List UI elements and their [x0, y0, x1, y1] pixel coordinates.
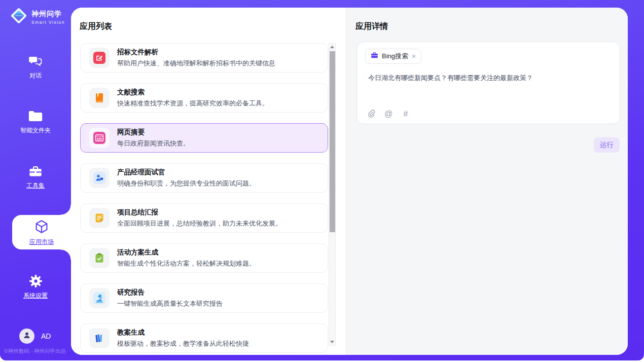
app-card-desc: 模板驱动，教案秒成，教学准备从此轻松快捷 — [117, 339, 249, 348]
app-card-event-plan[interactable]: 活动方案生成 智能生成个性化活动方案，轻松解决规划难题。 — [80, 243, 328, 273]
app-card-desc: 每日政府新闻资讯快查。 — [117, 139, 190, 148]
app-frame: 神州问学 Smart Vision 对话 智能文件夹 — [0, 0, 644, 360]
book-icon — [89, 88, 110, 108]
clipboard-check-icon — [89, 248, 110, 268]
sidebar-item-smart-folder[interactable]: 智能文件夹 — [0, 110, 71, 135]
app-card-literature-search[interactable]: 文献搜索 快速精准查找学术资源，提高研究效率的必备工具。 — [80, 83, 328, 113]
user-initials: AD — [41, 332, 51, 340]
sidebar-item-chat[interactable]: 对话 — [0, 55, 71, 80]
app-card-title: 教案生成 — [117, 328, 249, 337]
interviewer-icon — [89, 168, 110, 188]
app-detail-panel: 应用详情 Bing搜索 × 今日湖北有哪些新闻要点？有哪些需要关注的最新政策？ — [346, 8, 628, 355]
copyright-footer: ©神州数码 · 神州问学出品 — [4, 348, 66, 355]
app-card-project-summary[interactable]: 项目总结汇报 全面回顾项目进展，总结经验教训，助力未来优化发展。 — [80, 203, 328, 233]
hash-icon[interactable]: # — [401, 109, 411, 119]
user-account[interactable]: AD — [19, 329, 51, 344]
app-card-title: 网页摘要 — [117, 128, 190, 137]
app-card-pm-interviewer[interactable]: 产品经理面试官 明确身份和职责，为您提供专业性的面试问题。 — [80, 163, 328, 193]
active-tab-notch-bottom — [61, 249, 71, 260]
app-card-title: 项目总结汇报 — [117, 208, 282, 217]
cube-icon — [34, 227, 49, 236]
logo-title: 神州问学 — [31, 10, 62, 18]
app-list-title: 应用列表 — [80, 21, 112, 32]
prompt-toolbar: @ # — [366, 109, 411, 119]
scrollbar[interactable] — [329, 43, 336, 346]
gem-logo-icon — [9, 6, 28, 27]
main-content: 应用列表 招标文件解析 帮助用户快速、准确地理解和解析招标书中的关键信息 — [71, 8, 628, 355]
at-icon[interactable]: @ — [383, 109, 393, 119]
scroll-up-icon[interactable] — [329, 44, 335, 50]
paperclip-icon[interactable] — [366, 109, 376, 119]
toolbox-icon — [0, 165, 71, 178]
folder-icon — [0, 110, 71, 123]
sidebar-item-toolset[interactable]: 工具集 — [0, 165, 71, 190]
active-tab-notch-top — [61, 205, 71, 215]
sidebar-item-label: 应用市场 — [12, 238, 71, 246]
prompt-card: Bing搜索 × 今日湖北有哪些新闻要点？有哪些需要关注的最新政策？ @ # — [356, 42, 620, 124]
app-list-panel: 应用列表 招标文件解析 帮助用户快速、准确地理解和解析招标书中的关键信息 — [71, 8, 346, 355]
close-icon[interactable]: × — [412, 53, 416, 60]
person-icon — [22, 331, 31, 342]
app-card-list: 招标文件解析 帮助用户快速、准确地理解和解析招标书中的关键信息 文献搜索 — [80, 43, 328, 355]
notepad-icon — [89, 208, 110, 228]
prompt-input[interactable]: 今日湖北有哪些新闻要点？有哪些需要关注的最新政策？ — [368, 74, 606, 83]
tool-tag-bing-search[interactable]: Bing搜索 × — [365, 49, 421, 64]
logo-subtitle: Smart Vision — [31, 20, 65, 25]
app-card-lesson-plan[interactable]: 教案生成 模板驱动，教案秒成，教学准备从此轻松快捷 — [80, 323, 328, 353]
sidebar: 神州问学 Smart Vision 对话 智能文件夹 — [0, 0, 71, 360]
sidebar-item-settings[interactable]: 系统设置 — [0, 274, 71, 300]
briefcase-icon — [371, 52, 378, 61]
app-card-web-summary[interactable]: 网页摘要 每日政府新闻资讯快查。 — [80, 123, 328, 153]
chat-icon — [0, 55, 71, 68]
sidebar-item-label: 对话 — [0, 71, 71, 80]
gear-icon — [0, 274, 71, 288]
app-card-desc: 智能生成个性化活动方案，轻松解决规划难题。 — [117, 259, 256, 268]
scrollbar-thumb[interactable] — [330, 51, 335, 232]
app-card-title: 产品经理面试官 — [117, 168, 256, 177]
tool-tag-label: Bing搜索 — [382, 52, 408, 61]
sidebar-item-label: 系统设置 — [0, 292, 71, 300]
scroll-down-icon[interactable] — [329, 339, 335, 345]
app-card-research-report[interactable]: 研究报告 一键智能生成高质量长文本研究报告 — [80, 283, 328, 313]
avatar — [19, 329, 34, 344]
document-edit-icon — [89, 48, 110, 68]
run-button[interactable]: 运行 — [594, 137, 620, 153]
app-card-desc: 明确身份和职责，为您提供专业性的面试问题。 — [117, 179, 256, 188]
microscope-icon — [89, 288, 110, 308]
app-card-desc: 快速精准查找学术资源，提高研究效率的必备工具。 — [117, 99, 269, 108]
app-card-desc: 帮助用户快速、准确地理解和解析招标书中的关键信息 — [117, 59, 275, 68]
app-card-title: 研究报告 — [117, 288, 223, 297]
app-logo: 神州问学 Smart Vision — [9, 6, 65, 27]
app-card-title: 文献搜索 — [117, 88, 269, 97]
sidebar-item-app-market[interactable]: 应用市场 — [12, 215, 71, 249]
app-card-title: 活动方案生成 — [117, 248, 256, 257]
app-detail-title: 应用详情 — [355, 21, 388, 32]
app-card-desc: 全面回顾项目进展，总结经验教训，助力未来优化发展。 — [117, 219, 282, 228]
app-card-desc: 一键智能生成高质量长文本研究报告 — [117, 299, 223, 308]
app-card-title: 招标文件解析 — [117, 48, 275, 57]
sidebar-item-label: 智能文件夹 — [0, 126, 71, 135]
sidebar-item-label: 工具集 — [0, 182, 71, 190]
app-card-bid-parse[interactable]: 招标文件解析 帮助用户快速、准确地理解和解析招标书中的关键信息 — [80, 43, 328, 73]
books-icon — [89, 328, 110, 348]
browser-code-icon — [89, 128, 110, 148]
